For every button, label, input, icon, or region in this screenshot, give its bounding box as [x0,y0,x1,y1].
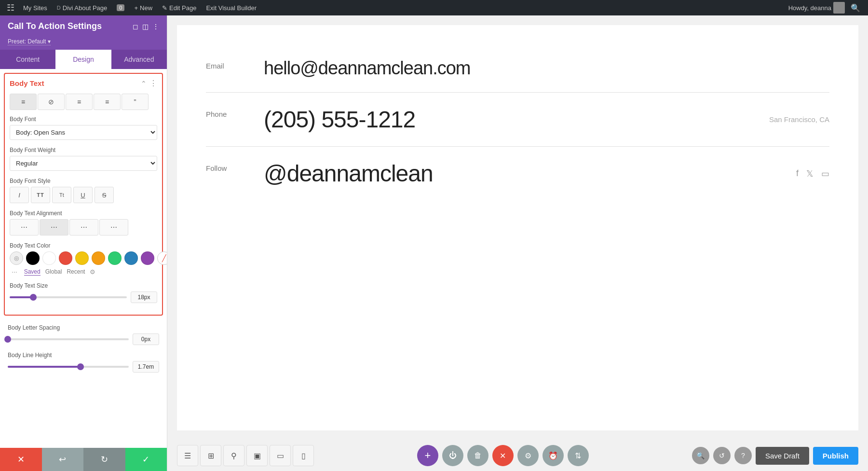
palette-settings-icon[interactable]: ⚙ [90,268,95,276]
collapse-icon[interactable]: ⌃ [141,80,147,87]
phone-label: Phone [206,106,244,118]
color-white[interactable] [42,251,56,265]
refresh-icon[interactable]: ↺ [713,447,731,464]
quote-icon[interactable]: " [122,94,149,110]
line-height-value[interactable] [133,361,159,373]
text-size-slider-field [10,291,157,303]
palette-tab-saved[interactable]: Saved [24,268,41,276]
my-sites-label: My Sites [23,4,47,12]
add-section-btn[interactable]: + [417,445,438,466]
search-bottom-icon[interactable]: 🔍 [692,447,709,464]
phone-meta: San Francisco, CA [769,115,829,124]
tab-content[interactable]: Content [0,50,55,69]
body-font-select[interactable]: Body: Open Sans [10,125,157,140]
panel-header: Call To Action Settings ◻ ◫ ⋮ [0,15,167,37]
save-draft-button[interactable]: Save Draft [756,447,809,465]
cancel-button[interactable]: ✕ [0,448,42,471]
body-text-alignment-field: Body Text Alignment ⋯ ⋯ ⋯ ⋯ [10,210,157,236]
color-black[interactable] [26,251,40,265]
settings-btn[interactable]: ⚙ [517,445,539,466]
follow-label: Follow [206,160,244,172]
underline-button[interactable]: U [73,187,93,203]
tab-design[interactable]: Design [55,50,111,69]
body-text-color-field: Body Text Color ◎ ╱ ··· Saved Globa [10,242,157,276]
color-yellow[interactable] [75,251,89,265]
preset-label[interactable]: Preset: Default ▾ [8,38,51,45]
no-style-icon[interactable]: ⊘ [38,94,65,110]
email-value: hello@deannamclean.com [264,58,829,79]
desktop-icon-btn[interactable]: ▣ [246,445,268,466]
more-colors-icon[interactable]: ··· [12,268,17,276]
uppercase-button[interactable]: TT [31,187,50,203]
confirm-button[interactable]: ✓ [125,448,167,471]
align-left-icon[interactable]: ≡ [10,94,37,110]
line-height-track[interactable] [8,366,129,368]
section-more-icon[interactable]: ⋮ [149,79,157,88]
grid-icon-btn[interactable]: ⊞ [200,445,221,466]
wp-logo-icon[interactable]: ☷ [4,1,17,14]
mobile-icon-btn[interactable]: ▯ [293,445,314,466]
comments-link[interactable]: 0 [113,0,128,15]
undo-button[interactable]: ↩ [42,448,84,471]
responsive-btn[interactable]: ⇅ [568,445,589,466]
tab-advanced[interactable]: Advanced [111,50,167,69]
align-left-btn[interactable]: ⋯ [10,219,39,236]
align-center-btn[interactable]: ⋯ [40,219,68,236]
letter-spacing-value[interactable] [133,333,159,345]
body-font-weight-field: Body Font Weight Regular [10,147,157,171]
my-sites-menu[interactable]: My Sites [19,0,51,15]
indent-icon[interactable]: ≡ [94,94,121,110]
more-icon[interactable]: ⋮ [152,23,159,30]
redo-button[interactable]: ↻ [83,448,125,471]
phone-row: Phone (205) 555-1212 San Francisco, CA [206,93,829,147]
window-icon[interactable]: ◻ [133,23,138,30]
align-justify-btn[interactable]: ⋯ [99,219,128,236]
capitalize-button[interactable]: Tt [52,187,71,203]
align-right-btn[interactable]: ⋯ [69,219,98,236]
color-purple[interactable] [141,251,154,265]
tabs-bar: Content Design Advanced [0,50,167,69]
exit-visual-builder-button[interactable]: Exit Visual Builder [202,0,260,15]
color-picker-button[interactable]: ╱ [157,251,167,265]
power-btn[interactable]: ⏻ [442,445,463,466]
color-orange[interactable] [92,251,105,265]
list-icon[interactable]: ≡ [66,94,93,110]
toolbar-center: + ⏻ 🗑 ✕ ⚙ ⏰ ⇅ [417,445,589,466]
search-icon[interactable]: 🔍 [847,3,864,13]
link-icon-btn[interactable]: ⚲ [223,445,244,466]
palette-tab-global[interactable]: Global [45,268,62,275]
body-font-weight-select[interactable]: Regular [10,156,157,171]
menu-icon-btn[interactable]: ☰ [177,445,198,466]
divi-about-label: Divi About Page [63,4,108,12]
instagram-icon[interactable]: ▭ [821,168,829,179]
canvas-content: Email hello@deannamclean.com Phone (205)… [177,25,858,430]
body-line-height-field: Body Line Height [8,352,159,373]
body-text-size-label: Body Text Size [10,282,157,289]
history-btn[interactable]: ⏰ [542,445,564,466]
strikethrough-button[interactable]: S [95,187,114,203]
eyedropper-button[interactable]: ◎ [10,251,23,265]
palette-tab-recent[interactable]: Recent [67,268,85,275]
text-size-value[interactable] [131,291,157,303]
new-button[interactable]: + New [130,0,156,15]
sidebar-bottom-bar: ✕ ↩ ↻ ✓ [0,448,167,471]
facebook-icon[interactable]: f [796,168,799,179]
edit-page-button[interactable]: ✎ Edit Page [158,0,200,15]
help-icon[interactable]: ? [734,447,752,464]
email-row: Email hello@deannamclean.com [206,44,829,93]
columns-icon[interactable]: ◫ [142,23,149,30]
color-green[interactable] [108,251,122,265]
delete-btn[interactable]: 🗑 [467,445,488,466]
divi-about-page[interactable]: D Divi About Page [53,0,111,15]
close-btn[interactable]: ✕ [492,445,514,466]
color-blue[interactable] [124,251,138,265]
letter-spacing-track[interactable] [8,338,129,340]
line-height-label: Body Line Height [8,352,159,359]
color-red[interactable] [59,251,72,265]
publish-button[interactable]: Publish [813,447,858,465]
italic-button[interactable]: I [10,187,29,203]
tablet-icon-btn[interactable]: ▭ [270,445,291,466]
twitter-x-icon[interactable]: 𝕏 [806,168,814,179]
text-size-track[interactable] [10,296,127,298]
body-letter-spacing-field: Body Letter Spacing [8,324,159,345]
